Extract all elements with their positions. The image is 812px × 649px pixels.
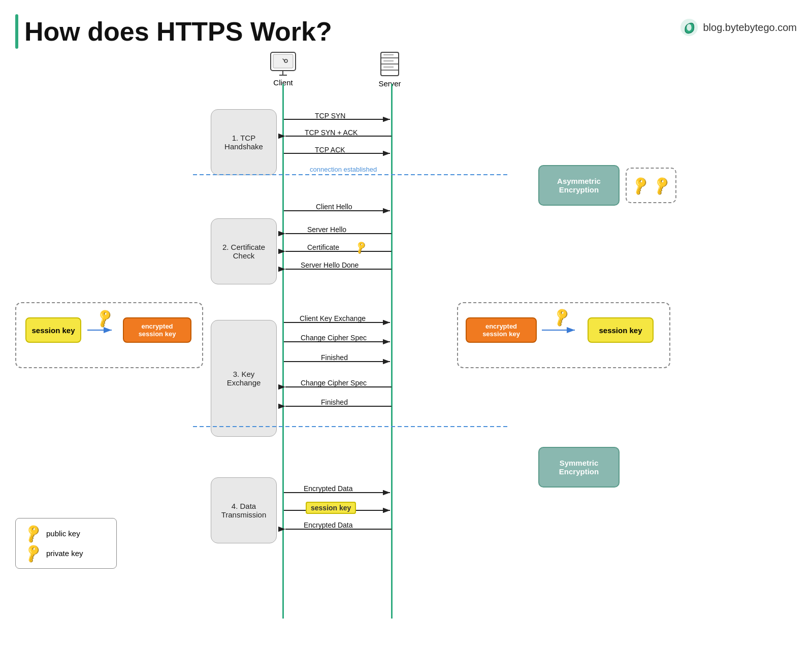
brand-logo-icon [679, 18, 699, 37]
msg-enc-data-2: Encrypted Data [304, 521, 353, 529]
msg-client-hello: Client Hello [316, 203, 352, 211]
msg-session-key-highlighted: session key [306, 503, 356, 512]
msg-change-cipher-2: Change Cipher Spec [301, 379, 367, 387]
step-box-cert: 2. Certificate Check [211, 218, 277, 284]
left-session-key-text: session key [31, 326, 75, 335]
msg-enc-data-1: Encrypted Data [304, 484, 353, 493]
legend-private-key: 🔑 private key [25, 545, 107, 561]
server-icon [378, 51, 401, 77]
svg-rect-3 [273, 54, 293, 68]
step4-label: 4. Data Transmission [221, 502, 267, 519]
step3-label: 3. Key Exchange [227, 370, 261, 387]
left-enc-key-text: encrypted session key [139, 322, 176, 338]
right-enc-session-key-box: encrypted session key [466, 317, 537, 343]
server-actor: Server [378, 51, 401, 88]
step2-label: 2. Certificate Check [222, 243, 265, 260]
legend-red-key-icon: 🔑 [22, 542, 44, 564]
private-key-icon-top: 🔑 [651, 175, 672, 197]
left-enc-session-key-box: encrypted session key [123, 317, 191, 343]
msg-finished-1: Finished [321, 353, 348, 362]
msg-tcp-ack: TCP ACK [315, 146, 345, 154]
brand-text: blog.bytebytego.com [703, 22, 797, 34]
title-text: How does HTTPS Work? [24, 16, 332, 47]
legend-box: 🔑 public key 🔑 private key [15, 518, 117, 569]
msg-client-key-exchange: Client Key Exchange [300, 314, 366, 322]
msg-change-cipher-1: Change Cipher Spec [301, 334, 367, 342]
symmetric-enc-box: Symmetric Encryption [538, 447, 620, 488]
client-lane-line [282, 84, 284, 619]
session-key-msg-text: session key [306, 502, 356, 514]
client-actor: Client [269, 51, 297, 87]
symmetric-enc-label: Symmetric Encryption [559, 459, 599, 476]
left-dashed-box: session key 🔑 encrypted session key [15, 302, 203, 368]
msg-certificate: Certificate [307, 243, 339, 251]
client-icon [269, 51, 297, 76]
step-box-data: 4. Data Transmission [211, 477, 277, 543]
msg-tcp-syn-ack: TCP SYN + ACK [305, 128, 358, 137]
left-session-key-box: session key [25, 317, 81, 343]
msg-finished-2: Finished [321, 398, 348, 406]
server-label: Server [378, 79, 401, 88]
legend-public-key: 🔑 public key [25, 526, 107, 541]
brand-label: blog.bytebytego.com [679, 18, 797, 37]
legend-public-key-text: public key [46, 529, 80, 538]
right-session-key-box: session key [588, 317, 654, 343]
page-title: How does HTTPS Work? [15, 14, 332, 49]
right-session-key-text: session key [599, 326, 642, 335]
msg-server-hello-done: Server Hello Done [301, 261, 359, 269]
msg-tcp-syn: TCP SYN [315, 112, 345, 120]
right-dashed-box: encrypted session key 🔑 session key [457, 302, 670, 368]
asymmetric-enc-box: Asymmetric Encryption [538, 165, 620, 206]
svg-point-1 [687, 24, 692, 30]
server-lane-line [391, 84, 393, 619]
right-enc-key-text: encrypted session key [482, 322, 520, 338]
keys-pair-dashed-box: 🔑 🔑 [626, 168, 676, 203]
step1-label: 1. TCP Handshake [224, 134, 263, 151]
public-key-icon-top: 🔑 [629, 175, 651, 197]
asymmetric-enc-label: Asymmetric Encryption [557, 177, 601, 194]
legend-blue-key-icon: 🔑 [22, 523, 44, 544]
certificate-key-icon: 🔑 [353, 240, 369, 255]
title-accent-bar [15, 14, 18, 49]
step-box-key: 3. Key Exchange [211, 320, 277, 437]
msg-server-hello: Server Hello [307, 225, 346, 234]
legend-private-key-text: private key [46, 549, 83, 558]
step-box-tcp: 1. TCP Handshake [211, 109, 277, 175]
msg-conn-est: connection established [310, 166, 377, 173]
